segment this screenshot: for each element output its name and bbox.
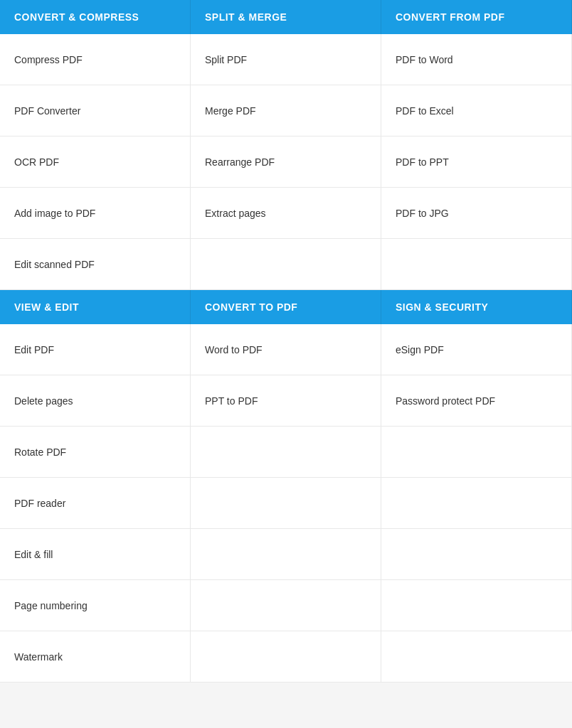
pdf-reader[interactable]: PDF reader	[0, 478, 191, 529]
pdf-to-excel[interactable]: PDF to Excel	[381, 85, 572, 136]
convert-to-pdf-empty-2	[191, 478, 381, 529]
merge-pdf[interactable]: Merge PDF	[191, 85, 381, 136]
header-sign-security: SIGN & SECURITY	[381, 290, 572, 324]
convert-to-pdf-empty-4	[191, 580, 381, 631]
header-convert-compress: CONVERT & COMPRESS	[0, 0, 191, 34]
extract-pages[interactable]: Extract pages	[191, 188, 381, 239]
page-numbering[interactable]: Page numbering	[0, 580, 191, 631]
convert-from-pdf-empty-1	[381, 239, 572, 290]
header-convert-to-pdf: CONVERT TO PDF	[191, 290, 381, 324]
sign-security-empty-1	[381, 427, 572, 478]
pdf-to-ppt[interactable]: PDF to PPT	[381, 136, 572, 188]
pdf-converter[interactable]: PDF Converter	[0, 85, 191, 136]
header-view-edit: VIEW & EDIT	[0, 290, 191, 324]
pdf-to-jpg[interactable]: PDF to JPG	[381, 188, 572, 239]
password-protect-pdf[interactable]: Password protect PDF	[381, 375, 572, 427]
rearrange-pdf[interactable]: Rearrange PDF	[191, 136, 381, 188]
sign-security-empty-3	[381, 529, 572, 580]
main-grid: CONVERT & COMPRESS SPLIT & MERGE CONVERT…	[0, 0, 572, 682]
ppt-to-pdf[interactable]: PPT to PDF	[191, 375, 381, 427]
convert-to-pdf-empty-1	[191, 427, 381, 478]
compress-pdf[interactable]: Compress PDF	[0, 34, 191, 85]
sign-security-empty-4	[381, 580, 572, 631]
convert-to-pdf-empty-5	[191, 631, 381, 682]
word-to-pdf[interactable]: Word to PDF	[191, 324, 381, 375]
edit-scanned-pdf[interactable]: Edit scanned PDF	[0, 239, 191, 290]
header-split-merge: SPLIT & MERGE	[191, 0, 381, 34]
split-pdf[interactable]: Split PDF	[191, 34, 381, 85]
add-image-to-pdf[interactable]: Add image to PDF	[0, 188, 191, 239]
watermark[interactable]: Watermark	[0, 631, 191, 682]
header-convert-from-pdf: CONVERT FROM PDF	[381, 0, 572, 34]
convert-to-pdf-empty-3	[191, 529, 381, 580]
sign-security-empty-5	[381, 631, 572, 682]
ocr-pdf[interactable]: OCR PDF	[0, 136, 191, 188]
sign-security-empty-2	[381, 478, 572, 529]
edit-fill[interactable]: Edit & fill	[0, 529, 191, 580]
delete-pages[interactable]: Delete pages	[0, 375, 191, 427]
esign-pdf[interactable]: eSign PDF	[381, 324, 572, 375]
split-merge-empty-1	[191, 239, 381, 290]
pdf-to-word[interactable]: PDF to Word	[381, 34, 572, 85]
edit-pdf[interactable]: Edit PDF	[0, 324, 191, 375]
rotate-pdf[interactable]: Rotate PDF	[0, 427, 191, 478]
